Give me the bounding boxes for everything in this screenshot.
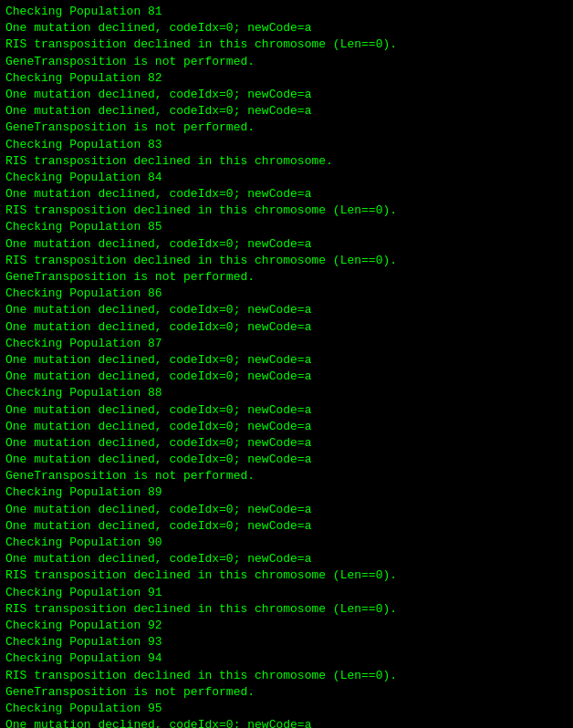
terminal-output: Checking Population 81 One mutation decl… <box>0 0 573 728</box>
